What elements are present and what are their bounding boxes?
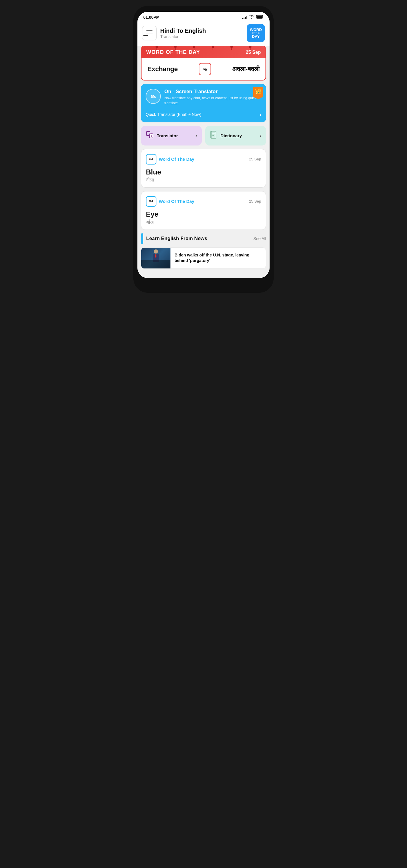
news-section: Learn English From News See All — [141, 233, 266, 269]
news-header: Learn English From News See All — [141, 233, 266, 244]
feature-cards: G G Translator › — [141, 126, 266, 146]
wotd-card-1-title: Word Of The Day — [159, 157, 194, 162]
wotd-card-1-icon: अA — [146, 154, 157, 164]
wotd-card-2-header: अA Word Of The Day 25 Sep — [146, 196, 261, 207]
translate-icon: अA — [199, 63, 211, 75]
news-headline: Biden walks off the U.N. stage, leaving … — [175, 252, 262, 264]
dictionary-card-label: Dictionary — [221, 133, 257, 138]
badge-word-label: WORD — [250, 28, 262, 32]
news-see-all-button[interactable]: See All — [253, 236, 266, 241]
ost-cta-text: Quick Translator (Enable Now) — [146, 112, 201, 117]
battery-icon — [256, 14, 264, 20]
wotd-banner: WORD OF THE DAY 25 Sep Exchange अA अदला-… — [141, 46, 266, 81]
news-tag — [141, 233, 143, 244]
badge-day-label: DAY — [252, 35, 260, 38]
wotd-card-2-date: 25 Sep — [249, 199, 261, 204]
wifi-icon — [249, 14, 255, 20]
pin-6 — [249, 46, 251, 50]
wotd-banner-title: WORD OF THE DAY — [146, 49, 200, 55]
ost-title: On - Screen Translator — [164, 89, 261, 95]
news-section-title: Learn English From News — [146, 236, 207, 242]
wotd-english-word: Exchange — [147, 65, 178, 73]
wotd-card-1-english: Blue — [146, 168, 261, 176]
wotd-card-1[interactable]: अA Word Of The Day 25 Sep Blue नीला — [141, 149, 266, 188]
dictionary-card-arrow: › — [260, 133, 261, 138]
ost-icon-text: अA — [150, 94, 156, 99]
svg-rect-1 — [257, 16, 262, 18]
ost-icon: अA — [146, 89, 161, 104]
status-bar: 01.00PM — [137, 12, 270, 22]
main-content: WORD OF THE DAY 25 Sep Exchange अA अदला-… — [137, 46, 270, 278]
wotd-card-2-title-group: अA Word Of The Day — [146, 196, 194, 207]
dictionary-card[interactable]: Dictionary › — [205, 126, 266, 146]
dictionary-card-icon — [210, 130, 217, 141]
ost-arrow-icon: › — [260, 112, 261, 118]
svg-rect-7 — [211, 131, 212, 138]
wotd-card-2-icon: अA — [146, 196, 157, 207]
pin-5 — [230, 46, 233, 50]
ost-content: अA On - Screen Translator Now translate … — [146, 89, 261, 106]
news-thumbnail — [141, 248, 170, 269]
news-content: Biden walks off the U.N. stage, leaving … — [170, 248, 266, 269]
app-header: Hindi To English Translator WORD OF THE … — [137, 22, 270, 46]
wotd-card-2-title: Word Of The Day — [159, 199, 194, 204]
app-subtitle: Translator — [160, 34, 243, 39]
wotd-card-1-hindi: नीला — [146, 177, 261, 183]
wotd-card-2-hindi: आँख — [146, 220, 261, 225]
crown-icon: 👑 — [255, 88, 261, 95]
hamburger-button[interactable] — [142, 26, 157, 40]
eng-char: A — [205, 68, 207, 71]
phone-frame: 01.00PM — [133, 6, 274, 293]
pin-4 — [212, 46, 214, 50]
svg-text:G: G — [150, 135, 152, 137]
figure-tie — [155, 254, 157, 258]
wotd-card-2-english: Eye — [146, 210, 261, 218]
wotd-hindi-word: अदला-बदली — [232, 65, 260, 73]
figure-head — [154, 249, 158, 253]
ost-description: Now translate any chat, news or content … — [164, 96, 261, 106]
figure-silhouette — [151, 249, 160, 264]
wotd-banner-body: Exchange अA अदला-बदली — [141, 58, 266, 80]
wotd-banner-header: WORD OF THE DAY 25 Sep — [141, 46, 266, 58]
signal-icon — [242, 15, 247, 19]
word-of-day-badge[interactable]: WORD OF THE DAY — [247, 24, 265, 42]
figure-body — [152, 254, 159, 262]
translator-card-icon: G G — [146, 130, 154, 141]
ost-text-area: On - Screen Translator Now translate any… — [164, 89, 261, 106]
status-icons — [242, 14, 264, 20]
news-card[interactable]: Biden walks off the U.N. stage, leaving … — [141, 247, 266, 269]
news-header-left: Learn English From News — [141, 233, 207, 244]
translator-card-arrow: › — [196, 133, 197, 138]
on-screen-translator[interactable]: अA On - Screen Translator Now translate … — [141, 84, 266, 122]
translator-card[interactable]: G G Translator › — [141, 126, 202, 146]
header-title-area: Hindi To English Translator — [160, 27, 243, 39]
news-thumbnail-img — [141, 248, 170, 269]
wotd-card-1-title-group: अA Word Of The Day — [146, 154, 194, 164]
wotd-card-2[interactable]: अA Word Of The Day 25 Sep Eye आँख — [141, 191, 266, 230]
wotd-banner-date: 25 Sep — [246, 50, 261, 55]
app-title: Hindi To English — [160, 27, 243, 34]
wotd-card-1-header: अA Word Of The Day 25 Sep — [146, 154, 261, 164]
phone-screen: 01.00PM — [137, 12, 270, 278]
ost-cta[interactable]: Quick Translator (Enable Now) › — [146, 111, 261, 118]
status-time: 01.00PM — [143, 15, 160, 20]
translator-card-label: Translator — [157, 133, 193, 138]
crown-badge: 👑 — [253, 87, 263, 99]
wotd-card-1-date: 25 Sep — [249, 157, 261, 161]
